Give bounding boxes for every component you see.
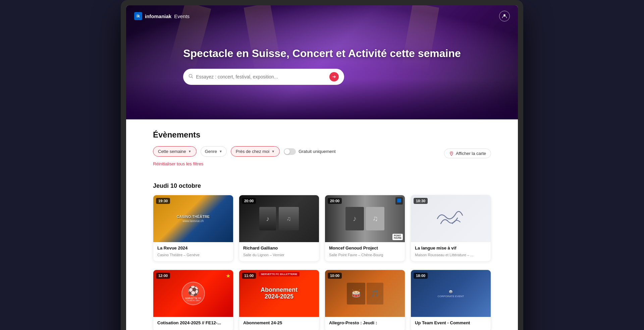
hero-section: ik infomaniak Events Spectacle en Suisse… — [126, 5, 518, 119]
event-info: Allegro-Presto : Jeudi : — [325, 317, 405, 330]
svg-point-2 — [451, 152, 452, 153]
user-icon — [502, 13, 507, 19]
event-info: Up Team Event - Comment — [411, 317, 491, 330]
event-image: ♪ ♫ 20:00 — [239, 195, 319, 242]
servette-badge: SERVETTE FC BILLETTERIE — [259, 272, 300, 276]
user-account-button[interactable] — [499, 11, 510, 21]
event-time-badge: 10:00 — [328, 273, 342, 279]
event-venue: Maison Rousseau et Littérature – ... — [415, 253, 487, 257]
event-image: ⚽ SERVETTE FC GENÈVE 1890 12:00 ★ — [153, 270, 233, 317]
event-time-badge: 19:30 — [156, 198, 170, 204]
event-venue: Casino Théâtre – Genève — [157, 253, 229, 257]
event-name: Moncef Genoud Project — [329, 245, 401, 251]
filters-row: Cette semaine ▼ Genre ▼ Près de chez moi… — [153, 146, 491, 161]
this-week-filter[interactable]: Cette semaine ▼ — [153, 146, 197, 157]
event-info: Cotisation 2024-2025 // FE12-... — [153, 317, 233, 330]
event-image: Abonnement2024-2025 11:00 SERVETTE FC BI… — [239, 270, 319, 317]
event-card[interactable]: ⚽ SERVETTE FC GENÈVE 1890 12:00 ★ Cotisa… — [153, 270, 233, 330]
event-name: La Revue 2024 — [157, 245, 229, 251]
genre-filter[interactable]: Genre ▼ — [201, 146, 227, 157]
search-submit-button[interactable] — [329, 72, 339, 81]
main-content: Évènements Cette semaine ▼ Genre ▼ Près … — [126, 119, 518, 330]
event-image: 🥁 🎵 10:00 — [325, 270, 405, 317]
event-name: Cotisation 2024-2025 // FE12-... — [157, 320, 229, 326]
hero-title: Spectacle en Suisse, Concert et Activité… — [183, 47, 461, 61]
hero-content: Spectacle en Suisse, Concert et Activité… — [176, 47, 468, 85]
venue-badge: POINTFAVRE — [392, 234, 403, 240]
event-time-badge: 18:30 — [414, 198, 428, 204]
event-info: La langue mise à vif Maison Rousseau et … — [411, 242, 491, 261]
free-only-label: Gratuit uniquement — [299, 149, 336, 154]
event-image: CASINO-THÉÂTRE www.larevue.ch 19:30 — [153, 195, 233, 242]
nearby-filter[interactable]: Près de chez moi ▼ — [231, 146, 280, 157]
event-card[interactable]: ♪ ♫ 20:00 Richard Galliano Salle du Lign… — [239, 195, 319, 262]
star-icon: ★ — [226, 273, 230, 279]
svg-point-0 — [503, 14, 505, 16]
event-venue: Salle du Lignon – Vernier — [243, 253, 315, 257]
events-grid-1: CASINO-THÉÂTRE www.larevue.ch 19:30 La R… — [153, 195, 491, 262]
event-name: La langue mise à vif — [415, 245, 487, 251]
event-card[interactable]: ♪ ♫ 20:00 POINTFAVRE — [325, 195, 405, 262]
event-time-badge: 12:00 — [156, 273, 170, 279]
free-toggle[interactable] — [284, 148, 296, 155]
app-name: infomaniak — [145, 13, 171, 19]
event-card[interactable]: 🥁 🎵 10:00 Allegro-Presto : Jeudi : — [325, 270, 405, 330]
event-info: Moncef Genoud Project Salle Point Favre … — [325, 242, 405, 261]
date-group-1-title: Jeudi 10 octobre — [153, 182, 491, 189]
laptop-screen: ik infomaniak Events Spectacle en Suisse… — [126, 5, 518, 330]
events-grid-2: ⚽ SERVETTE FC GENÈVE 1890 12:00 ★ Cotisa… — [153, 270, 491, 330]
event-venue: Salle Point Favre – Chêne-Bourg — [329, 253, 401, 257]
app-subtitle: Events — [174, 13, 190, 19]
abonnement-text: Abonnement2024-2025 — [261, 287, 298, 300]
event-card[interactable]: Abonnement2024-2025 11:00 SERVETTE FC BI… — [239, 270, 319, 330]
event-image: 🏟 CORPORATE EVENT 18:00 — [411, 270, 491, 317]
event-name: Richard Galliano — [243, 245, 315, 251]
event-image: 18:30 — [411, 195, 491, 242]
search-input[interactable] — [196, 74, 327, 79]
infomaniak-logo-badge — [395, 197, 403, 205]
reset-filters-link[interactable]: Réinitialiser tous les filtres — [153, 161, 203, 166]
event-time-badge: 18:00 — [414, 273, 428, 279]
langue-artwork — [434, 205, 468, 232]
event-card[interactable]: CASINO-THÉÂTRE www.larevue.ch 19:30 La R… — [153, 195, 233, 262]
laptop-frame: ik infomaniak Events Spectacle en Suisse… — [121, 0, 523, 330]
chevron-down-icon: ▼ — [271, 150, 275, 153]
event-image: ♪ ♫ 20:00 POINTFAVRE — [325, 195, 405, 242]
logo: ik infomaniak Events — [134, 12, 190, 20]
top-nav: ik infomaniak Events — [126, 5, 518, 27]
event-name: Up Team Event - Comment — [415, 320, 487, 326]
map-icon — [449, 151, 454, 156]
events-section-title: Évènements — [153, 130, 491, 140]
search-icon — [189, 74, 193, 79]
event-info: Richard Galliano Salle du Lignon – Verni… — [239, 242, 319, 261]
event-name: Allegro-Presto : Jeudi : — [329, 320, 401, 326]
free-only-filter[interactable]: Gratuit uniquement — [284, 148, 336, 155]
chevron-down-icon: ▼ — [188, 150, 192, 153]
event-time-badge: 20:00 — [328, 198, 342, 204]
event-name: Abonnement 24-25 — [243, 320, 315, 326]
event-info: La Revue 2024 Casino Théâtre – Genève — [153, 242, 233, 261]
logo-icon: ik — [134, 12, 142, 20]
event-time-badge: 11:00 — [242, 273, 256, 279]
chevron-down-icon: ▼ — [219, 150, 222, 153]
event-card[interactable]: 🏟 CORPORATE EVENT 18:00 Up Team Event - … — [411, 270, 491, 330]
event-info: Abonnement 24-25 — [239, 317, 319, 330]
show-map-button[interactable]: Afficher la carte — [444, 149, 491, 158]
event-time-badge: 20:00 — [242, 198, 256, 204]
filter-buttons: Cette semaine ▼ Genre ▼ Près de chez moi… — [153, 146, 444, 157]
event-card[interactable]: 18:30 La langue mise à vif Maison Rousse… — [411, 195, 491, 262]
crowd-decoration — [126, 79, 518, 119]
search-bar — [183, 69, 344, 85]
toggle-knob — [284, 149, 290, 154]
